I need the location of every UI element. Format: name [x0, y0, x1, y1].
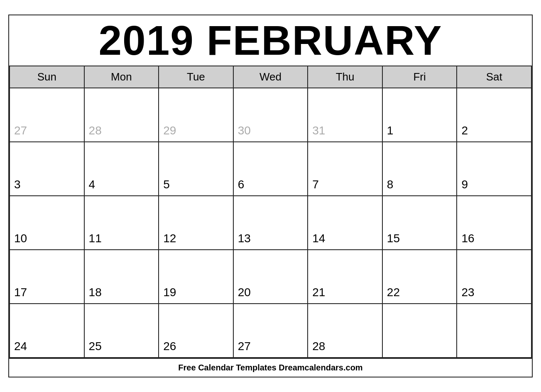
calendar-day: 31: [308, 88, 382, 142]
day-header-thu: Thu: [308, 66, 382, 88]
calendar-week-3: 10111213141516: [10, 196, 531, 250]
calendar-day: 24: [10, 304, 84, 358]
calendar-day: 10: [10, 196, 84, 250]
calendar-day: 17: [10, 250, 84, 304]
calendar-day: 13: [233, 196, 308, 250]
day-header-wed: Wed: [233, 66, 308, 88]
calendar-day: 28: [84, 88, 159, 142]
calendar-week-5: 2425262728: [10, 304, 531, 358]
calendar-title: 2019 FEBRUARY: [9, 15, 532, 66]
calendar-day: 6: [233, 142, 308, 196]
calendar-body: 2728293031123456789101112131415161718192…: [10, 88, 531, 358]
day-header-fri: Fri: [382, 66, 457, 88]
days-of-week-row: SunMonTueWedThuFriSat: [10, 66, 531, 88]
calendar-day: 27: [10, 88, 84, 142]
calendar-day: 4: [84, 142, 159, 196]
calendar-day: 2: [457, 88, 531, 142]
calendar-container: 2019 FEBRUARY SunMonTueWedThuFriSat 2728…: [8, 15, 533, 377]
calendar-week-1: 272829303112: [10, 88, 531, 142]
calendar-footer: Free Calendar Templates Dreamcalendars.c…: [9, 358, 532, 377]
calendar-day: 11: [84, 196, 159, 250]
calendar-day: 27: [233, 304, 308, 358]
calendar-day: [457, 304, 531, 358]
calendar-day: 21: [308, 250, 382, 304]
calendar-day: 1: [382, 88, 457, 142]
calendar-day: 30: [233, 88, 308, 142]
calendar-day: 3: [10, 142, 84, 196]
calendar-day: 23: [457, 250, 531, 304]
calendar-day: 28: [308, 304, 382, 358]
calendar-day: 22: [382, 250, 457, 304]
calendar-week-4: 17181920212223: [10, 250, 531, 304]
calendar-day: 19: [159, 250, 233, 304]
calendar-day: 14: [308, 196, 382, 250]
calendar-day: 29: [159, 88, 233, 142]
day-header-tue: Tue: [159, 66, 233, 88]
calendar-day: 5: [159, 142, 233, 196]
calendar-day: 25: [84, 304, 159, 358]
day-header-sat: Sat: [457, 66, 531, 88]
calendar-day: 12: [159, 196, 233, 250]
calendar-day: [382, 304, 457, 358]
calendar-day: 7: [308, 142, 382, 196]
calendar-week-2: 3456789: [10, 142, 531, 196]
calendar-day: 9: [457, 142, 531, 196]
calendar-day: 26: [159, 304, 233, 358]
calendar-day: 20: [233, 250, 308, 304]
calendar-day: 18: [84, 250, 159, 304]
calendar-day: 8: [382, 142, 457, 196]
calendar-day: 15: [382, 196, 457, 250]
calendar-grid: SunMonTueWedThuFriSat 272829303112345678…: [9, 66, 532, 358]
day-header-mon: Mon: [84, 66, 159, 88]
day-header-sun: Sun: [10, 66, 84, 88]
calendar-day: 16: [457, 196, 531, 250]
